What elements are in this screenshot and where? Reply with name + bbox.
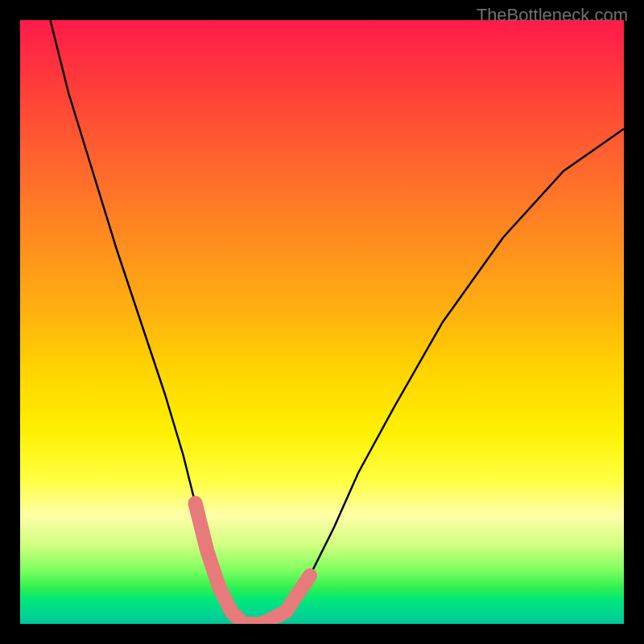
chart-frame — [20, 20, 624, 624]
bottleneck-curve-svg — [20, 20, 624, 624]
pink-marker-segment — [232, 612, 287, 624]
curve-path — [51, 20, 625, 624]
pink-marker-segment — [196, 503, 232, 612]
watermark-text: TheBottleneck.com — [477, 5, 628, 26]
pink-marker-segment — [286, 576, 310, 612]
pink-markers — [196, 503, 311, 624]
